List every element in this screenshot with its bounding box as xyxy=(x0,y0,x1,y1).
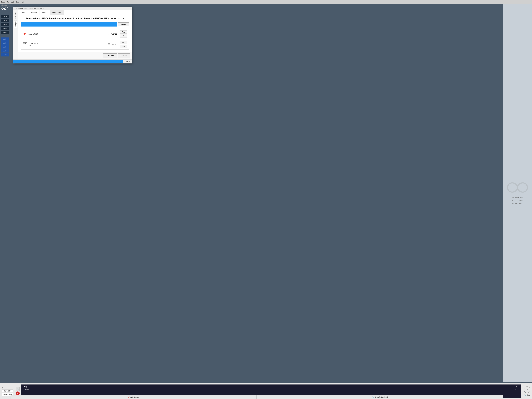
menu-help[interactable]: Help xyxy=(21,1,25,3)
right-info-panel: he motor and e Connection es manually. xyxy=(503,4,532,382)
vesc-item-can: CAN → CAN VESC ID: 11 ✓ Inverted xyxy=(21,39,129,50)
can-rev-button[interactable]: Rev xyxy=(120,44,127,48)
tab-motor[interactable]: Motor xyxy=(18,10,28,15)
can-vesc-name: CAN VESC xyxy=(29,42,107,44)
bottom-right-info: ? 🔧 Setu xyxy=(524,386,530,396)
local-inverted-label: □ Inverted xyxy=(108,33,117,35)
refresh-button[interactable]: Refresh xyxy=(118,22,129,26)
control-icons: ⚓ ■ xyxy=(16,387,20,395)
tab-directions[interactable]: Directions xyxy=(50,10,64,15)
top-menu: Tools Terminal Dev Help xyxy=(0,0,532,4)
sidebar-item-otor-5[interactable]: OTOR xyxy=(1,31,9,34)
motor-label: M xyxy=(2,387,13,389)
bottom-progress-bar xyxy=(13,60,123,63)
setup-motors-label: 🔧 Setu xyxy=(524,394,530,396)
setup-motors-button[interactable]: 🔧 Setup Motors FOC xyxy=(257,395,503,399)
dialog-bottom-bar: Close xyxy=(13,59,132,63)
sidebar-item-otor-2[interactable]: OTOR xyxy=(1,19,9,22)
menu-dev[interactable]: Dev xyxy=(16,1,19,3)
previous-button[interactable]: ↑ Previous xyxy=(103,53,117,58)
ib-indicator: ● xyxy=(3,390,4,392)
infinity-icon xyxy=(507,181,528,194)
autoconnect-icon: 📌 xyxy=(128,396,130,398)
sidebar-item-otor-3[interactable]: OTOR xyxy=(1,23,9,26)
can-inverted-text: Inverted xyxy=(110,43,117,45)
anchor-icon[interactable]: ⚓ xyxy=(16,387,20,391)
local-inverted-text: Inverted xyxy=(110,33,117,35)
local-vesc-icon: 📌 xyxy=(23,32,26,35)
sidebar-item-app-3[interactable]: APP xyxy=(1,45,9,49)
current-value: 0.00 xyxy=(515,389,519,391)
dialog-main-area: Motor Battery Setup Directions Select wh… xyxy=(18,10,132,59)
right-text-1: he motor and xyxy=(513,196,523,199)
main-dialog: Detect FOC Parameters on all VESCs Advan… xyxy=(13,6,132,63)
ib-stat: ● IB 3.00 A xyxy=(2,389,13,393)
close-button[interactable]: Close xyxy=(123,60,132,63)
current-label: Current xyxy=(23,389,29,391)
setup-text: Setu xyxy=(527,394,530,396)
progress-area: Refresh xyxy=(21,22,129,26)
menu-terminal[interactable]: Terminal xyxy=(7,1,14,3)
dialog-titlebar: Detect FOC Parameters on all VESCs xyxy=(13,7,132,10)
ib-value: IB 3.00 A xyxy=(4,390,11,392)
can-arrow-icon: → xyxy=(24,44,26,46)
setup-motors-icon: 🔧 xyxy=(372,396,374,398)
dialog-footer: ↑ Previous • Finish xyxy=(18,52,132,59)
sidebar-item-otor-1[interactable]: OTOR xyxy=(1,15,9,18)
vtab-advanced[interactable]: Advanced xyxy=(14,11,17,20)
can-fwd-button[interactable]: Fwd xyxy=(120,41,127,44)
vesc-item-local: 📌 Local VESC □ Inverted Fwd Rev xyxy=(21,29,129,39)
local-rev-button[interactable]: Rev xyxy=(120,34,127,38)
bottom-action-bar: 📌 AutoConnect 🔧 Setup Motors FOC xyxy=(11,395,503,399)
setup-icon: 🔧 xyxy=(524,394,526,396)
local-fwd-button[interactable]: Fwd xyxy=(120,30,127,34)
motor-stats: M ● IB 3.00 A ● HB 3.00 A xyxy=(2,387,13,396)
right-text-2: e Connection xyxy=(513,199,523,202)
menu-tools[interactable]: Tools xyxy=(1,1,5,3)
sidebar-item-app-4[interactable]: APP xyxy=(1,49,9,52)
wizard-content: Select which VESCs have inverted motor d… xyxy=(18,15,132,52)
left-sidebar: OTOR OTOR OTOR OTOR OTOR APP APP APP APP… xyxy=(0,4,10,57)
right-text-3: es manually. xyxy=(513,202,523,205)
duty-label: Duty xyxy=(23,385,27,387)
can-vesc-buttons: Fwd Rev xyxy=(120,41,127,48)
hb-indicator: ● xyxy=(3,394,4,395)
tab-battery[interactable]: Battery xyxy=(28,10,39,15)
tab-setup[interactable]: Setup xyxy=(39,10,50,15)
can-inverted-label: ✓ Inverted xyxy=(108,43,117,45)
progress-bar xyxy=(21,22,117,26)
local-vesc-name: Local VESC xyxy=(27,33,107,35)
can-vesc-info: CAN VESC ID: 11 xyxy=(29,42,107,46)
vertical-tabs: Advanced Simple xyxy=(13,10,18,59)
instruction-text: Select which VESCs have inverted motor d… xyxy=(21,17,129,20)
nav-tabs: Motor Battery Setup Directions xyxy=(18,10,132,15)
sidebar-item-app-1[interactable]: APP xyxy=(1,38,9,41)
sidebar-item-otor-4[interactable]: OTOR xyxy=(1,27,9,30)
duty-value: 0.0 xyxy=(516,385,519,387)
local-vesc-buttons: Fwd Rev xyxy=(120,30,127,38)
question-mark-icon[interactable]: ? xyxy=(524,386,530,393)
can-vesc-subname: ID: 11 xyxy=(29,44,107,46)
finish-button[interactable]: • Finish xyxy=(118,53,130,58)
can-inverted-checkbox[interactable]: ✓ xyxy=(108,43,110,45)
sidebar-item-app-2[interactable]: APP xyxy=(1,41,9,44)
sidebar-item-app-5[interactable]: APP xyxy=(1,53,9,57)
vtab-simple[interactable]: Simple xyxy=(14,20,17,28)
vesc-list: 📌 Local VESC □ Inverted Fwd Rev xyxy=(21,29,129,50)
can-vesc-icon: CAN xyxy=(23,43,27,44)
stop-icon[interactable]: ■ xyxy=(16,392,20,395)
local-inverted-checkbox[interactable]: □ xyxy=(108,33,110,35)
dialog-title: Detect FOC Parameters on all VESCs xyxy=(15,7,44,10)
autoconnect-button[interactable]: 📌 AutoConnect xyxy=(11,395,257,399)
